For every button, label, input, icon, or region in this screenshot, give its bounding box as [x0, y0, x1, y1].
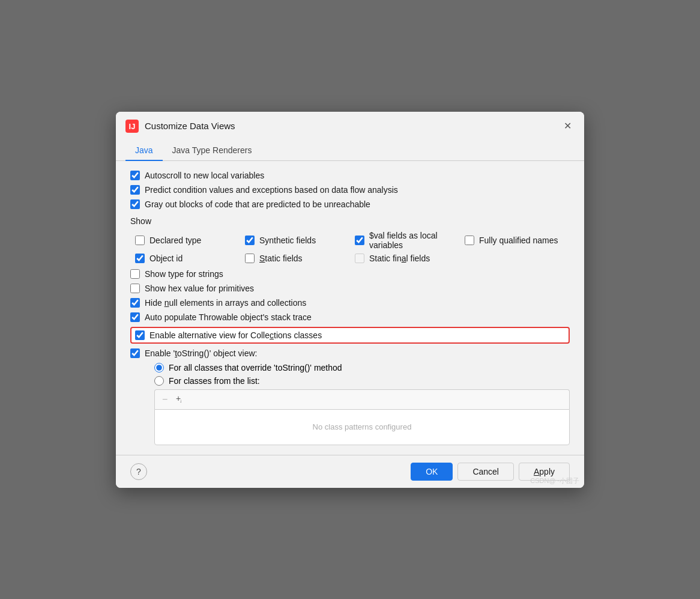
- tab-java[interactable]: Java: [125, 141, 163, 161]
- autoscroll-row: Autoscroll to new local variables: [130, 171, 570, 180]
- sval-fields-row: $val fields as local variables: [355, 231, 460, 250]
- fully-qualified-row: Fully qualified names: [465, 231, 570, 250]
- close-button[interactable]: ✕: [560, 119, 575, 133]
- grayout-checkbox[interactable]: [130, 199, 140, 209]
- enable-tostring-checkbox[interactable]: [130, 348, 140, 358]
- cancel-button[interactable]: Cancel: [457, 463, 514, 481]
- auto-populate-checkbox[interactable]: [130, 312, 140, 322]
- declared-type-label[interactable]: Declared type: [149, 236, 201, 245]
- help-button[interactable]: ?: [130, 463, 147, 480]
- tab-bar: Java Java Type Renderers: [116, 141, 584, 161]
- dialog-footer: ? OK Cancel Apply: [116, 455, 584, 488]
- fully-qualified-label[interactable]: Fully qualified names: [479, 236, 558, 245]
- show-hex-label[interactable]: Show hex value for primitives: [145, 284, 254, 293]
- hide-null-checkbox[interactable]: [130, 298, 140, 308]
- hide-null-row: Hide null elements in arrays and collect…: [130, 298, 570, 308]
- static-final-fields-checkbox[interactable]: [355, 254, 364, 263]
- svg-text:↓: ↓: [180, 398, 182, 403]
- list-empty-label: No class patterns configured: [313, 422, 412, 431]
- show-hex-checkbox[interactable]: [130, 284, 140, 293]
- synthetic-fields-checkbox[interactable]: [245, 236, 255, 245]
- show-hex-row: Show hex value for primitives: [130, 284, 570, 293]
- grayout-label[interactable]: Gray out blocks of code that are predict…: [145, 199, 370, 209]
- predict-label[interactable]: Predict condition values and exceptions …: [145, 185, 398, 195]
- dialog-title: Customize Data Views: [145, 121, 554, 131]
- show-type-strings-label[interactable]: Show type for strings: [145, 269, 223, 279]
- show-grid: Declared type Synthetic fields $val fiel…: [130, 231, 570, 263]
- static-fields-checkbox[interactable]: [245, 254, 255, 263]
- declared-type-row: Declared type: [135, 231, 240, 250]
- app-icon: IJ: [125, 120, 139, 133]
- show-type-strings-row: Show type for strings: [130, 269, 570, 279]
- static-final-fields-row: Static final fields: [355, 254, 460, 263]
- svg-text:IJ: IJ: [129, 122, 136, 131]
- static-fields-row: Static fields: [245, 254, 350, 263]
- synthetic-fields-row: Synthetic fields: [245, 231, 350, 250]
- radio-all-classes-row: For all classes that override 'toString(…: [154, 363, 570, 372]
- fully-qualified-checkbox[interactable]: [465, 236, 474, 245]
- auto-populate-label[interactable]: Auto populate Throwable object's stack t…: [145, 312, 312, 322]
- enable-tostring-label[interactable]: Enable 'toString()' object view:: [145, 348, 257, 358]
- add-button[interactable]: + ↓: [172, 392, 187, 407]
- list-toolbar: − + ↓: [154, 389, 570, 409]
- radio-all-classes[interactable]: [154, 363, 164, 372]
- object-id-label[interactable]: Object id: [149, 254, 183, 263]
- declared-type-checkbox[interactable]: [135, 236, 145, 245]
- enable-tostring-row: Enable 'toString()' object view:: [130, 348, 570, 358]
- object-id-row: Object id: [135, 254, 240, 263]
- predict-row: Predict condition values and exceptions …: [130, 185, 570, 195]
- enable-alternative-label[interactable]: Enable alternative view for Collections …: [149, 330, 322, 340]
- radio-from-list[interactable]: [154, 376, 164, 386]
- static-final-fields-label: Static final fields: [369, 254, 430, 263]
- sval-fields-checkbox[interactable]: [355, 236, 364, 245]
- radio-from-list-label[interactable]: For classes from the list:: [169, 376, 260, 386]
- ok-button[interactable]: OK: [411, 463, 453, 481]
- enable-alternative-checkbox[interactable]: [135, 330, 145, 340]
- list-area: No class patterns configured: [154, 409, 570, 445]
- synthetic-fields-label[interactable]: Synthetic fields: [259, 236, 316, 245]
- object-id-checkbox[interactable]: [135, 254, 145, 263]
- grayout-row: Gray out blocks of code that are predict…: [130, 199, 570, 209]
- show-type-strings-checkbox[interactable]: [130, 269, 140, 279]
- autoscroll-checkbox[interactable]: [130, 171, 140, 180]
- add-icon: + ↓: [175, 394, 184, 403]
- tab-java-type-renderers[interactable]: Java Type Renderers: [163, 141, 262, 161]
- auto-populate-row: Auto populate Throwable object's stack t…: [130, 312, 570, 322]
- radio-from-list-row: For classes from the list:: [154, 376, 570, 386]
- enable-alternative-row: Enable alternative view for Collections …: [130, 327, 570, 344]
- hide-null-label[interactable]: Hide null elements in arrays and collect…: [145, 298, 306, 308]
- radio-all-classes-label[interactable]: For all classes that override 'toString(…: [169, 363, 342, 372]
- remove-button[interactable]: −: [160, 393, 170, 406]
- static-fields-label[interactable]: Static fields: [259, 254, 303, 263]
- watermark: CSDN@~小团子: [530, 476, 579, 485]
- sval-fields-label[interactable]: $val fields as local variables: [369, 231, 460, 250]
- autoscroll-label[interactable]: Autoscroll to new local variables: [145, 171, 264, 180]
- predict-checkbox[interactable]: [130, 185, 140, 195]
- show-section-label: Show: [130, 216, 570, 226]
